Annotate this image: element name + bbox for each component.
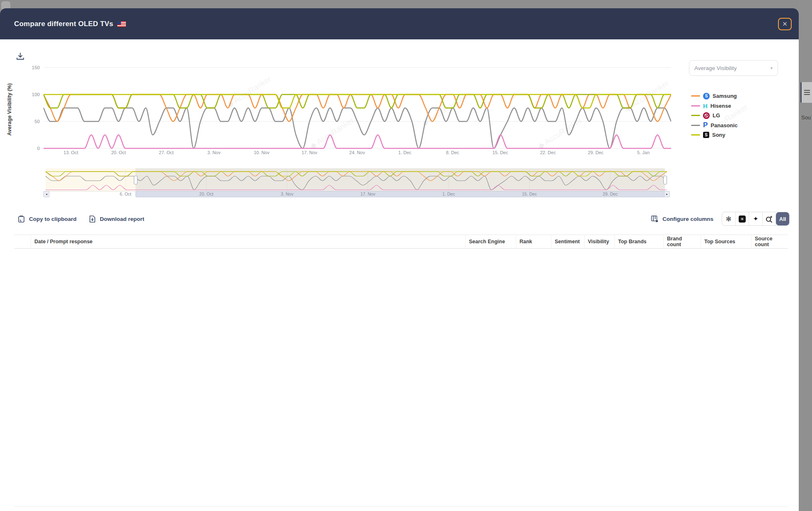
column-header-top-brands: Top Brands (615, 235, 664, 248)
close-button[interactable]: ✕ (778, 18, 792, 30)
y-tick-label: 100 (26, 92, 40, 97)
y-axis-title: Average Visibility (%) (7, 74, 12, 145)
download-chart-button[interactable] (16, 52, 25, 61)
legend-label: Panasonic (710, 122, 737, 128)
legend-label: Hisense (710, 103, 731, 109)
legend-item-lg: LG (691, 111, 737, 121)
legend-dash (691, 115, 700, 116)
results-table: Date / Prompt responseSearch EngineRankS… (14, 235, 788, 249)
configure-columns-button[interactable]: Configure columns (650, 212, 713, 226)
ai-mode-icon (765, 215, 773, 223)
search-engine-filter-group: ✻✳✦All (722, 212, 790, 226)
column-header-sentiment: Sentiment (551, 235, 585, 248)
legend-label: Sony (712, 132, 725, 138)
filter-ai-overview-button[interactable]: ✳ (736, 212, 749, 225)
visibility-line-chart (44, 58, 671, 157)
chart-legend: SSamsungHHisenseLGPPanasonicSSony (691, 91, 737, 140)
background-sources-column-label: Sou (801, 114, 811, 121)
document-download-icon (89, 215, 96, 223)
filter-all-button[interactable]: All (776, 212, 789, 225)
column-header-rank: Rank (516, 235, 551, 248)
legend-dash (691, 95, 700, 97)
column-header-search-engine: Search Engine (466, 235, 516, 248)
lg-brand-icon (703, 112, 710, 119)
scroll-left-icon[interactable]: ◂ (44, 191, 49, 197)
background-page-strip: Sou (799, 0, 812, 511)
copy-to-clipboard-button[interactable]: Copy to clipboard (17, 212, 77, 226)
copy-to-clipboard-label: Copy to clipboard (29, 216, 77, 222)
y-tick-label: 50 (26, 119, 40, 124)
filter-chatgpt-button[interactable]: ✻ (722, 212, 736, 225)
columns-gear-icon (650, 215, 659, 223)
navigator-left-handle[interactable] (134, 176, 138, 184)
column-header-top-sources: Top Sources (701, 235, 752, 248)
download-report-label: Download report (100, 216, 144, 222)
table-header-row: Date / Prompt responseSearch EngineRankS… (14, 235, 788, 249)
scroll-right-icon[interactable]: ▸ (664, 191, 670, 197)
legend-item-hisense: HHisense (691, 101, 737, 111)
navigator-date-label: 6. Oct (120, 191, 131, 196)
configure-columns-label: Configure columns (662, 216, 713, 222)
chart-navigator (46, 168, 667, 191)
legend-dash (691, 105, 700, 107)
legend-label: LG (713, 112, 720, 119)
hisense-brand-icon: H (703, 102, 708, 109)
chatgpt-icon: ✻ (726, 215, 731, 223)
column-header-brand-count: Brand count (664, 235, 701, 248)
filter-gemini-button[interactable]: ✦ (749, 212, 763, 225)
clipboard-icon (17, 215, 25, 223)
background-menu-button (800, 82, 812, 103)
panasonic-brand-icon: P (703, 121, 708, 129)
legend-label: Samsung (713, 93, 737, 99)
metric-dropdown-value: Average Visibility (694, 65, 737, 71)
legend-item-sony: SSony (691, 130, 737, 140)
y-tick-label: 150 (26, 65, 40, 70)
navigator-scrollbar[interactable]: ◂ ▸ 6. Oct20. Oct3. Nov17. Nov1. Dec15. … (44, 191, 670, 198)
filter-ai-mode-button[interactable] (763, 212, 776, 225)
download-report-button[interactable]: Download report (89, 212, 144, 226)
samsung-brand-icon: S (703, 93, 710, 99)
navigator-mini-chart (46, 168, 667, 191)
y-tick-label: 0 (26, 146, 40, 151)
metric-dropdown[interactable]: Average Visibility ▾ (689, 60, 778, 76)
navigator-scrollbar-thumb[interactable] (135, 191, 665, 197)
column-header-date-prompt-response: Date / Prompt response (31, 235, 466, 248)
column-header-visibility: Visibility (585, 235, 615, 248)
table-footer-divider (14, 506, 788, 507)
column-header-source-count: Source count (752, 235, 788, 248)
close-icon: ✕ (782, 20, 788, 28)
legend-item-samsung: SSamsung (691, 91, 737, 101)
navigator-right-handle[interactable] (663, 176, 667, 184)
ai-overview-icon: ✳ (739, 216, 746, 223)
legend-dash (691, 125, 700, 126)
sony-brand-icon: S (703, 132, 709, 138)
chevron-down-icon: ▾ (770, 65, 773, 71)
compare-modal: Compare different OLED TVs ✕ Average Vis… (0, 8, 799, 511)
modal-title: Compare different OLED TVs (14, 20, 113, 28)
legend-dash (691, 134, 700, 136)
legend-item-panasonic: PPanasonic (691, 121, 737, 131)
modal-header: Compare different OLED TVs ✕ (0, 8, 799, 39)
column-header-expander (14, 235, 31, 248)
gemini-icon: ✦ (753, 215, 759, 223)
us-flag-icon (117, 21, 126, 27)
